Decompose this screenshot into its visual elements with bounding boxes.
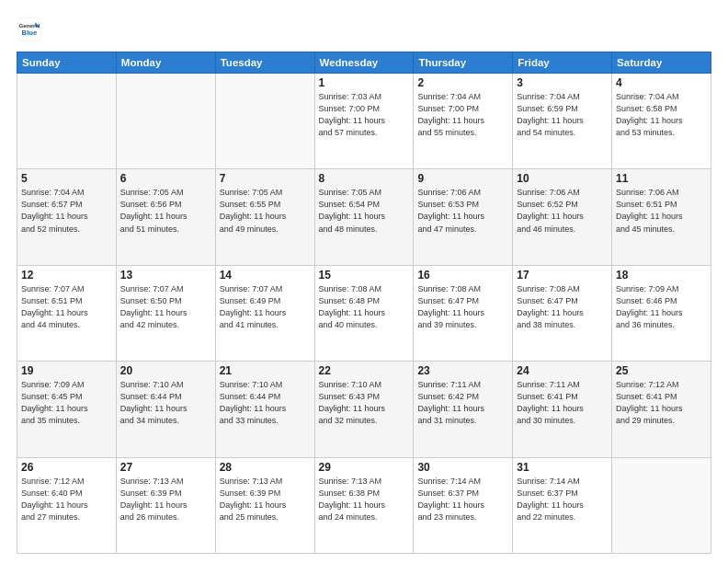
day-info: Sunrise: 7:09 AMSunset: 6:46 PMDaylight:… bbox=[616, 283, 707, 331]
logo: General Blue bbox=[17, 17, 42, 42]
calendar-cell: 1Sunrise: 7:03 AMSunset: 7:00 PMDaylight… bbox=[314, 74, 414, 169]
day-number: 10 bbox=[517, 172, 608, 185]
calendar-cell: 16Sunrise: 7:08 AMSunset: 6:47 PMDayligh… bbox=[414, 265, 513, 361]
calendar-cell: 4Sunrise: 7:04 AMSunset: 6:58 PMDaylight… bbox=[612, 74, 711, 169]
calendar-cell: 18Sunrise: 7:09 AMSunset: 6:46 PMDayligh… bbox=[612, 265, 711, 361]
day-info: Sunrise: 7:04 AMSunset: 6:58 PMDaylight:… bbox=[616, 91, 707, 139]
day-number: 27 bbox=[120, 461, 211, 474]
calendar-cell: 11Sunrise: 7:06 AMSunset: 6:51 PMDayligh… bbox=[612, 169, 711, 265]
calendar-cell: 20Sunrise: 7:10 AMSunset: 6:44 PMDayligh… bbox=[116, 362, 215, 457]
day-info: Sunrise: 7:05 AMSunset: 6:55 PMDaylight:… bbox=[220, 187, 311, 235]
day-number: 2 bbox=[417, 76, 508, 89]
day-number: 21 bbox=[220, 364, 311, 377]
day-number: 15 bbox=[319, 269, 410, 282]
col-monday: Monday bbox=[116, 52, 215, 74]
col-saturday: Saturday bbox=[612, 52, 711, 74]
day-info: Sunrise: 7:06 AMSunset: 6:53 PMDaylight:… bbox=[417, 187, 508, 235]
calendar-cell: 28Sunrise: 7:13 AMSunset: 6:39 PMDayligh… bbox=[215, 457, 314, 553]
logo-icon: General Blue bbox=[17, 17, 42, 42]
calendar-cell: 31Sunrise: 7:14 AMSunset: 6:37 PMDayligh… bbox=[513, 457, 612, 553]
calendar-cell bbox=[116, 74, 215, 169]
day-number: 6 bbox=[120, 172, 211, 185]
day-info: Sunrise: 7:04 AMSunset: 6:57 PMDaylight:… bbox=[21, 187, 112, 235]
calendar-cell bbox=[612, 457, 711, 553]
day-info: Sunrise: 7:09 AMSunset: 6:45 PMDaylight:… bbox=[21, 379, 112, 427]
col-wednesday: Wednesday bbox=[314, 52, 414, 74]
col-tuesday: Tuesday bbox=[215, 52, 314, 74]
day-info: Sunrise: 7:05 AMSunset: 6:56 PMDaylight:… bbox=[120, 187, 211, 235]
day-number: 14 bbox=[220, 269, 311, 282]
day-number: 26 bbox=[21, 461, 112, 474]
calendar-cell: 17Sunrise: 7:08 AMSunset: 6:47 PMDayligh… bbox=[513, 265, 612, 361]
day-number: 12 bbox=[21, 269, 112, 282]
day-info: Sunrise: 7:06 AMSunset: 6:51 PMDaylight:… bbox=[616, 187, 707, 235]
day-info: Sunrise: 7:14 AMSunset: 6:37 PMDaylight:… bbox=[417, 476, 508, 523]
calendar-cell: 13Sunrise: 7:07 AMSunset: 6:50 PMDayligh… bbox=[116, 265, 215, 361]
col-friday: Friday bbox=[513, 52, 612, 74]
day-number: 23 bbox=[417, 364, 508, 377]
calendar-cell bbox=[17, 74, 117, 169]
day-info: Sunrise: 7:07 AMSunset: 6:49 PMDaylight:… bbox=[220, 283, 311, 331]
day-number: 18 bbox=[616, 269, 707, 282]
day-number: 28 bbox=[220, 461, 311, 474]
day-number: 29 bbox=[319, 461, 410, 474]
day-info: Sunrise: 7:07 AMSunset: 6:50 PMDaylight:… bbox=[120, 283, 211, 331]
day-info: Sunrise: 7:12 AMSunset: 6:40 PMDaylight:… bbox=[21, 476, 112, 523]
calendar-cell: 24Sunrise: 7:11 AMSunset: 6:41 PMDayligh… bbox=[513, 362, 612, 457]
calendar-cell: 10Sunrise: 7:06 AMSunset: 6:52 PMDayligh… bbox=[513, 169, 612, 265]
day-info: Sunrise: 7:10 AMSunset: 6:44 PMDaylight:… bbox=[120, 379, 211, 427]
day-info: Sunrise: 7:03 AMSunset: 7:00 PMDaylight:… bbox=[319, 91, 410, 139]
header: General Blue bbox=[17, 17, 711, 42]
day-number: 31 bbox=[517, 461, 608, 474]
day-number: 4 bbox=[616, 76, 707, 89]
day-number: 16 bbox=[417, 269, 508, 282]
calendar-cell: 26Sunrise: 7:12 AMSunset: 6:40 PMDayligh… bbox=[17, 457, 117, 553]
day-number: 22 bbox=[319, 364, 410, 377]
day-number: 17 bbox=[517, 269, 608, 282]
calendar-cell: 7Sunrise: 7:05 AMSunset: 6:55 PMDaylight… bbox=[215, 169, 314, 265]
col-thursday: Thursday bbox=[414, 52, 513, 74]
calendar-cell: 19Sunrise: 7:09 AMSunset: 6:45 PMDayligh… bbox=[17, 362, 117, 457]
day-info: Sunrise: 7:11 AMSunset: 6:42 PMDaylight:… bbox=[417, 379, 508, 427]
day-number: 9 bbox=[417, 172, 508, 185]
day-number: 19 bbox=[21, 364, 112, 377]
calendar-cell: 8Sunrise: 7:05 AMSunset: 6:54 PMDaylight… bbox=[314, 169, 414, 265]
day-number: 13 bbox=[120, 269, 211, 282]
calendar-cell: 15Sunrise: 7:08 AMSunset: 6:48 PMDayligh… bbox=[314, 265, 414, 361]
day-info: Sunrise: 7:06 AMSunset: 6:52 PMDaylight:… bbox=[517, 187, 608, 235]
calendar-cell: 21Sunrise: 7:10 AMSunset: 6:44 PMDayligh… bbox=[215, 362, 314, 457]
calendar-cell: 14Sunrise: 7:07 AMSunset: 6:49 PMDayligh… bbox=[215, 265, 314, 361]
calendar-cell: 29Sunrise: 7:13 AMSunset: 6:38 PMDayligh… bbox=[314, 457, 414, 553]
day-info: Sunrise: 7:13 AMSunset: 6:38 PMDaylight:… bbox=[319, 476, 410, 523]
day-info: Sunrise: 7:08 AMSunset: 6:47 PMDaylight:… bbox=[417, 283, 508, 331]
day-number: 1 bbox=[319, 76, 410, 89]
day-info: Sunrise: 7:08 AMSunset: 6:48 PMDaylight:… bbox=[319, 283, 410, 331]
calendar-cell: 27Sunrise: 7:13 AMSunset: 6:39 PMDayligh… bbox=[116, 457, 215, 553]
calendar-cell: 9Sunrise: 7:06 AMSunset: 6:53 PMDaylight… bbox=[414, 169, 513, 265]
day-number: 8 bbox=[319, 172, 410, 185]
calendar-cell: 23Sunrise: 7:11 AMSunset: 6:42 PMDayligh… bbox=[414, 362, 513, 457]
day-info: Sunrise: 7:11 AMSunset: 6:41 PMDaylight:… bbox=[517, 379, 608, 427]
day-info: Sunrise: 7:13 AMSunset: 6:39 PMDaylight:… bbox=[220, 476, 311, 523]
calendar-cell: 5Sunrise: 7:04 AMSunset: 6:57 PMDaylight… bbox=[17, 169, 117, 265]
calendar-cell: 3Sunrise: 7:04 AMSunset: 6:59 PMDaylight… bbox=[513, 74, 612, 169]
svg-text:Blue: Blue bbox=[22, 29, 39, 37]
day-info: Sunrise: 7:13 AMSunset: 6:39 PMDaylight:… bbox=[120, 476, 211, 523]
day-number: 5 bbox=[21, 172, 112, 185]
calendar-cell: 6Sunrise: 7:05 AMSunset: 6:56 PMDaylight… bbox=[116, 169, 215, 265]
day-info: Sunrise: 7:04 AMSunset: 7:00 PMDaylight:… bbox=[417, 91, 508, 139]
day-number: 20 bbox=[120, 364, 211, 377]
calendar-table: Sunday Monday Tuesday Wednesday Thursday… bbox=[17, 52, 711, 554]
day-info: Sunrise: 7:14 AMSunset: 6:37 PMDaylight:… bbox=[517, 476, 608, 523]
calendar-cell: 22Sunrise: 7:10 AMSunset: 6:43 PMDayligh… bbox=[314, 362, 414, 457]
calendar-cell: 25Sunrise: 7:12 AMSunset: 6:41 PMDayligh… bbox=[612, 362, 711, 457]
col-sunday: Sunday bbox=[17, 52, 117, 74]
day-number: 7 bbox=[220, 172, 311, 185]
calendar-header-row: Sunday Monday Tuesday Wednesday Thursday… bbox=[17, 52, 711, 74]
day-info: Sunrise: 7:04 AMSunset: 6:59 PMDaylight:… bbox=[517, 91, 608, 139]
day-info: Sunrise: 7:10 AMSunset: 6:44 PMDaylight:… bbox=[220, 379, 311, 427]
day-info: Sunrise: 7:12 AMSunset: 6:41 PMDaylight:… bbox=[616, 379, 707, 427]
day-info: Sunrise: 7:10 AMSunset: 6:43 PMDaylight:… bbox=[319, 379, 410, 427]
day-number: 25 bbox=[616, 364, 707, 377]
day-number: 3 bbox=[517, 76, 608, 89]
